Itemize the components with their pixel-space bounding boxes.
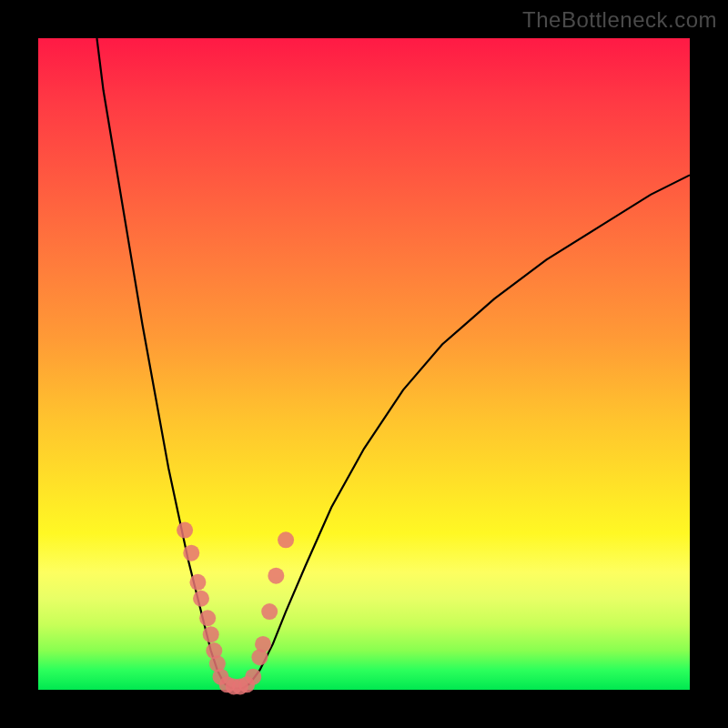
chart-frame: TheBottleneck.com [0, 0, 728, 728]
scatter-dot [245, 669, 261, 685]
bottleneck-curve [96, 38, 690, 689]
scatter-dot [261, 603, 278, 620]
scatter-dot [203, 626, 219, 642]
plot-area [38, 38, 690, 690]
scatter-dot [183, 545, 199, 561]
scatter-dot [268, 568, 284, 584]
scatter-dot [199, 610, 216, 626]
scatter-dot [278, 531, 294, 548]
scatter-dot [193, 591, 209, 607]
scatter-dot [255, 636, 271, 652]
scatter-dot [177, 522, 193, 539]
watermark-text: TheBottleneck.com [522, 7, 717, 33]
scatter-dot [189, 574, 206, 591]
chart-svg [38, 38, 690, 690]
scatter-dots [177, 522, 294, 695]
